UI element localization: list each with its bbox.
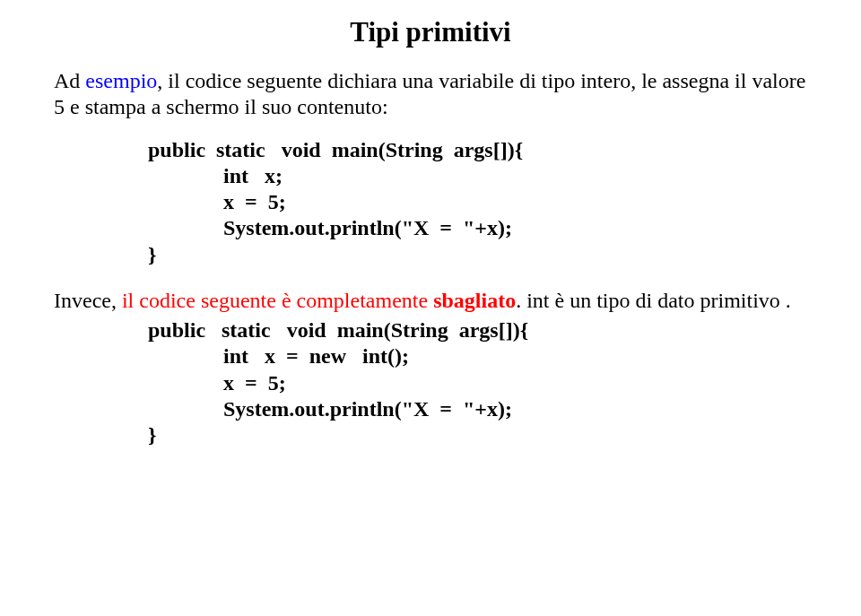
intro-text-2: , il codice seguente dichiara una variab… [54, 69, 805, 118]
page-title: Tipi primitivi [54, 16, 807, 48]
intro-highlight: esempio [85, 69, 157, 92]
code-line: System.out.println("X = "+x); [148, 215, 807, 241]
intro2-text-1: Invece, [54, 289, 122, 312]
intro-text-1: Ad [54, 69, 85, 92]
code-line: public static void main(String args[]){ [148, 137, 807, 163]
code-block-1: public static void main(String args[]){ … [148, 137, 807, 268]
code-line: } [148, 422, 807, 448]
code-line: x = 5; [148, 370, 807, 396]
code-block-2: public static void main(String args[]){ … [148, 317, 807, 448]
intro-paragraph-1: Ad esempio, il codice seguente dichiara … [54, 68, 807, 121]
code-line: int x = new int(); [148, 343, 807, 369]
code-line: } [148, 242, 807, 268]
code-line: x = 5; [148, 189, 807, 215]
intro2-red-bold: sbagliato [433, 289, 516, 312]
code-line: public static void main(String args[]){ [148, 317, 807, 343]
code-line: int x; [148, 163, 807, 189]
intro2-red-text: il codice seguente è completamente [122, 289, 433, 312]
intro2-text-2: . int è un tipo di dato primitivo . [516, 289, 791, 312]
page: Tipi primitivi Ad esempio, il codice seg… [0, 0, 861, 448]
intro-paragraph-2: Invece, il codice seguente è completamen… [54, 288, 807, 314]
code-line: System.out.println("X = "+x); [148, 396, 807, 422]
